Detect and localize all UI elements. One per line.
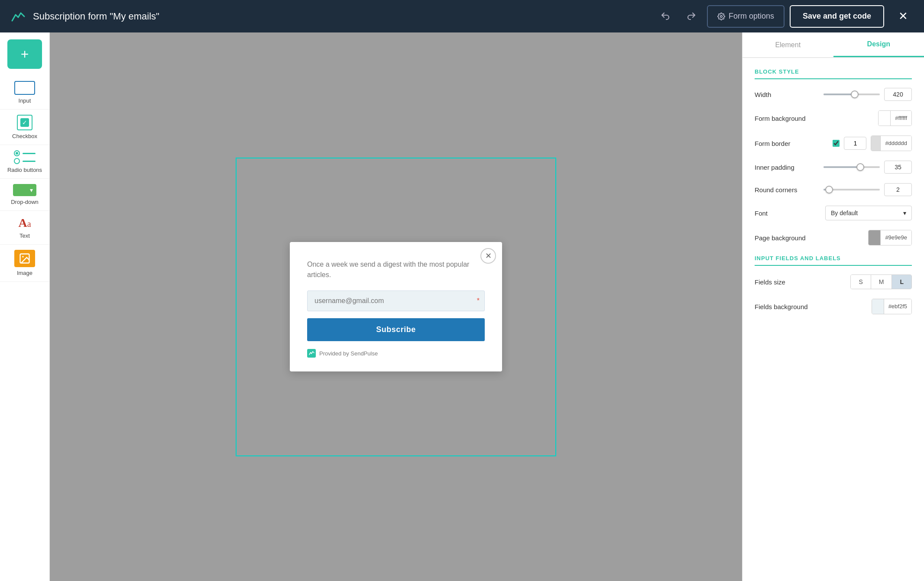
width-input[interactable] [884, 88, 912, 101]
powered-by: Provided by SendPulse [307, 349, 485, 358]
form-border-hex: #dddddd [881, 136, 911, 151]
width-slider-wrap [823, 88, 912, 101]
sidebar-item-dropdown[interactable]: ▾ Drop-down [0, 179, 49, 211]
width-label: Width [755, 91, 818, 98]
sidebar-item-radio-label: Radio buttons [7, 167, 42, 173]
inner-padding-label: Inner padding [755, 164, 818, 171]
form-border-label: Form border [755, 140, 827, 147]
redo-button[interactable] [681, 6, 702, 27]
form-border-value-input[interactable] [844, 137, 866, 150]
add-element-button[interactable]: + [7, 39, 42, 69]
sidebar-item-radio[interactable]: Radio buttons [0, 145, 49, 179]
fields-background-swatch[interactable] [872, 299, 884, 314]
sidebar-item-text[interactable]: Aa Text [0, 211, 49, 245]
form-border-color-picker[interactable]: #dddddd [871, 136, 912, 151]
save-label: Save and get code [803, 12, 871, 20]
form-background-swatch[interactable] [879, 110, 891, 126]
subscribe-button[interactable]: Subscribe [307, 318, 485, 341]
fields-size-buttons: S M L [850, 274, 912, 289]
undo-button[interactable] [655, 6, 676, 27]
size-m-button[interactable]: M [871, 275, 892, 289]
required-star: * [477, 297, 480, 305]
close-icon: ✕ [898, 10, 908, 23]
close-button[interactable]: ✕ [893, 6, 914, 27]
header-logo [10, 9, 26, 24]
email-input[interactable] [307, 290, 485, 311]
popup-close-button[interactable]: ✕ [480, 248, 496, 264]
chevron-down-icon: ▾ [903, 210, 906, 216]
save-get-code-button[interactable]: Save and get code [790, 5, 884, 28]
checkbox-icon: ✓ [17, 115, 32, 130]
sidebar: + Input ✓ Checkbox [0, 32, 50, 581]
gear-icon [717, 13, 725, 20]
size-l-button[interactable]: L [892, 275, 911, 289]
sidebar-item-input[interactable]: Input [0, 76, 49, 110]
email-input-wrap: * [307, 290, 485, 311]
form-background-row: Form background #ffffff [755, 110, 912, 126]
page-background-label: Page background [755, 234, 863, 242]
svg-point-0 [720, 15, 723, 17]
page-background-row: Page background #9e9e9e [755, 230, 912, 245]
text-icon: Aa [18, 216, 31, 230]
round-corners-slider-wrap [823, 183, 912, 196]
page-background-swatch[interactable] [869, 230, 881, 245]
form-border-checkbox[interactable] [833, 140, 840, 147]
fields-size-label: Fields size [755, 278, 845, 286]
page-background-color-picker[interactable]: #9e9e9e [868, 230, 912, 245]
panel-tabs: Element Design [742, 32, 924, 58]
inner-padding-input[interactable] [884, 161, 912, 174]
popup-description: Once a week we send a digest with the mo… [307, 259, 485, 280]
inner-padding-slider[interactable] [823, 166, 880, 168]
fields-background-color-picker[interactable]: #ebf2f5 [872, 299, 912, 314]
form-border-row: Form border #dddddd [755, 136, 912, 151]
inner-padding-row: Inner padding [755, 161, 912, 174]
sidebar-item-image[interactable]: Image [0, 245, 49, 282]
size-s-button[interactable]: S [851, 275, 871, 289]
form-background-label: Form background [755, 115, 873, 122]
panel-body: BLOCK STYLE Width Form background #fffff [742, 58, 924, 334]
plus-icon: + [21, 46, 29, 62]
main-layout: + Input ✓ Checkbox [0, 32, 924, 581]
sidebar-item-checkbox[interactable]: ✓ Checkbox [0, 110, 49, 145]
radio-icon [14, 150, 36, 164]
page-title: Subscription form "My emails" [33, 11, 648, 22]
logo-icon [10, 9, 26, 24]
header-actions: Form options Save and get code ✕ [655, 5, 914, 28]
form-options-button[interactable]: Form options [707, 5, 785, 28]
sidebar-item-image-label: Image [17, 270, 32, 276]
popup-form: ✕ Once a week we send a digest with the … [290, 242, 502, 371]
sidebar-item-checkbox-label: Checkbox [12, 133, 37, 139]
font-value: By default [831, 210, 858, 216]
svg-point-2 [22, 256, 24, 258]
form-background-color-picker[interactable]: #ffffff [878, 110, 912, 126]
dropdown-icon: ▾ [13, 184, 36, 196]
round-corners-input[interactable] [884, 183, 912, 196]
inner-padding-slider-wrap [823, 161, 912, 174]
font-dropdown[interactable]: By default ▾ [825, 206, 912, 220]
input-fields-section-title: INPUT FIELDS AND LABELS [755, 255, 912, 266]
form-background-hex: #ffffff [891, 110, 911, 126]
font-row: Font By default ▾ [755, 206, 912, 220]
tab-design[interactable]: Design [833, 32, 924, 57]
image-icon [14, 250, 35, 267]
powered-by-text: Provided by SendPulse [319, 350, 378, 357]
block-style-section-title: BLOCK STYLE [755, 68, 912, 79]
sidebar-item-dropdown-label: Drop-down [11, 199, 39, 205]
font-label: Font [755, 210, 820, 217]
form-border-controls: #dddddd [833, 136, 912, 151]
fields-size-row: Fields size S M L [755, 274, 912, 289]
subscribe-label: Subscribe [376, 325, 416, 334]
form-border-swatch[interactable] [871, 136, 881, 151]
tab-element[interactable]: Element [742, 32, 833, 57]
round-corners-label: Round corners [755, 186, 818, 194]
canvas[interactable]: ✕ Once a week we send a digest with the … [50, 32, 742, 581]
right-panel: Element Design BLOCK STYLE Width [742, 32, 924, 581]
round-corners-slider[interactable] [823, 189, 880, 190]
form-options-label: Form options [729, 12, 774, 21]
header: Subscription form "My emails" Form optio… [0, 0, 924, 32]
width-slider[interactable] [823, 94, 880, 95]
width-row: Width [755, 88, 912, 101]
round-corners-row: Round corners [755, 183, 912, 196]
fields-background-label: Fields background [755, 303, 866, 310]
fields-background-row: Fields background #ebf2f5 [755, 299, 912, 314]
